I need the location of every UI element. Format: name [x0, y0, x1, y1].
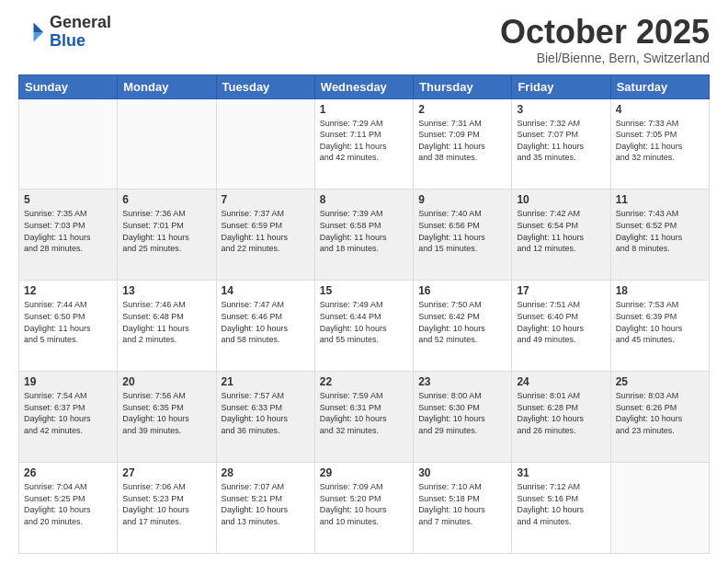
day-number: 21: [222, 375, 310, 388]
day-number: 2: [418, 103, 506, 116]
day-info: Sunrise: 8:03 AM Sunset: 6:26 PM Dayligh…: [616, 390, 704, 436]
calendar-table: Sunday Monday Tuesday Wednesday Thursday…: [18, 75, 710, 554]
day-number: 13: [122, 284, 210, 297]
day-number: 17: [517, 284, 605, 297]
day-info: Sunrise: 7:56 AM Sunset: 6:35 PM Dayligh…: [122, 390, 210, 436]
header-thursday: Thursday: [414, 75, 512, 98]
day-info: Sunrise: 7:04 AM Sunset: 5:25 PM Dayligh…: [24, 481, 112, 527]
day-info: Sunrise: 7:42 AM Sunset: 6:54 PM Dayligh…: [517, 208, 605, 254]
day-number: 3: [517, 103, 605, 116]
day-info: Sunrise: 7:40 AM Sunset: 6:56 PM Dayligh…: [418, 208, 506, 254]
day-info: Sunrise: 7:39 AM Sunset: 6:58 PM Dayligh…: [320, 208, 408, 254]
day-info: Sunrise: 7:31 AM Sunset: 7:09 PM Dayligh…: [418, 118, 506, 164]
day-info: Sunrise: 7:07 AM Sunset: 5:21 PM Dayligh…: [222, 481, 310, 527]
day-number: 12: [24, 284, 112, 297]
day-number: 6: [122, 193, 210, 206]
day-number: 9: [418, 193, 506, 206]
table-row: 12Sunrise: 7:44 AM Sunset: 6:50 PM Dayli…: [19, 281, 118, 372]
day-number: 28: [222, 466, 310, 479]
day-info: Sunrise: 7:37 AM Sunset: 6:59 PM Dayligh…: [222, 208, 310, 254]
day-info: Sunrise: 7:43 AM Sunset: 6:52 PM Dayligh…: [616, 208, 704, 254]
day-info: Sunrise: 7:51 AM Sunset: 6:40 PM Dayligh…: [517, 299, 605, 345]
day-number: 1: [320, 103, 408, 116]
table-row: 18Sunrise: 7:53 AM Sunset: 6:39 PM Dayli…: [610, 281, 709, 372]
header-monday: Monday: [118, 75, 216, 98]
day-info: Sunrise: 7:29 AM Sunset: 7:11 PM Dayligh…: [320, 118, 408, 164]
table-row: 26Sunrise: 7:04 AM Sunset: 5:25 PM Dayli…: [19, 463, 118, 554]
day-info: Sunrise: 7:50 AM Sunset: 6:42 PM Dayligh…: [418, 299, 506, 345]
title-block: October 2025 Biel/Bienne, Bern, Switzerl…: [500, 14, 710, 65]
day-number: 30: [418, 466, 506, 479]
table-row: 13Sunrise: 7:46 AM Sunset: 6:48 PM Dayli…: [118, 281, 216, 372]
day-info: Sunrise: 7:12 AM Sunset: 5:16 PM Dayligh…: [517, 481, 605, 527]
table-row: [216, 98, 314, 190]
table-row: 3Sunrise: 7:32 AM Sunset: 7:07 PM Daylig…: [512, 98, 610, 190]
table-row: 16Sunrise: 7:50 AM Sunset: 6:42 PM Dayli…: [414, 281, 512, 372]
day-number: 24: [517, 375, 605, 388]
table-row: 7Sunrise: 7:37 AM Sunset: 6:59 PM Daylig…: [216, 190, 314, 281]
day-number: 29: [320, 466, 408, 479]
day-info: Sunrise: 7:44 AM Sunset: 6:50 PM Dayligh…: [24, 299, 112, 345]
day-number: 27: [122, 466, 210, 479]
table-row: 29Sunrise: 7:09 AM Sunset: 5:20 PM Dayli…: [314, 463, 413, 554]
day-info: Sunrise: 7:33 AM Sunset: 7:05 PM Dayligh…: [616, 118, 704, 164]
calendar-week-5: 26Sunrise: 7:04 AM Sunset: 5:25 PM Dayli…: [19, 463, 710, 554]
day-info: Sunrise: 7:09 AM Sunset: 5:20 PM Dayligh…: [320, 481, 408, 527]
day-info: Sunrise: 8:00 AM Sunset: 6:30 PM Dayligh…: [418, 390, 506, 436]
table-row: 10Sunrise: 7:42 AM Sunset: 6:54 PM Dayli…: [512, 190, 610, 281]
svg-marker-1: [34, 32, 44, 42]
day-number: 26: [24, 466, 112, 479]
logo: General Blue: [18, 14, 111, 51]
day-info: Sunrise: 7:57 AM Sunset: 6:33 PM Dayligh…: [222, 390, 310, 436]
header-sunday: Sunday: [19, 75, 118, 98]
table-row: [19, 98, 118, 190]
day-info: Sunrise: 7:32 AM Sunset: 7:07 PM Dayligh…: [517, 118, 605, 164]
day-number: 11: [616, 193, 704, 206]
day-number: 5: [24, 193, 112, 206]
table-row: 5Sunrise: 7:35 AM Sunset: 7:03 PM Daylig…: [19, 190, 118, 281]
table-row: 21Sunrise: 7:57 AM Sunset: 6:33 PM Dayli…: [216, 372, 314, 463]
page: General Blue October 2025 Biel/Bienne, B…: [0, 0, 728, 563]
calendar-week-4: 19Sunrise: 7:54 AM Sunset: 6:37 PM Dayli…: [19, 372, 710, 463]
day-info: Sunrise: 8:01 AM Sunset: 6:28 PM Dayligh…: [517, 390, 605, 436]
table-row: 22Sunrise: 7:59 AM Sunset: 6:31 PM Dayli…: [314, 372, 413, 463]
day-info: Sunrise: 7:35 AM Sunset: 7:03 PM Dayligh…: [24, 208, 112, 254]
logo-general-text: General: [50, 13, 111, 31]
table-row: 20Sunrise: 7:56 AM Sunset: 6:35 PM Dayli…: [118, 372, 216, 463]
day-number: 25: [616, 375, 704, 388]
table-row: 27Sunrise: 7:06 AM Sunset: 5:23 PM Dayli…: [118, 463, 216, 554]
day-info: Sunrise: 7:54 AM Sunset: 6:37 PM Dayligh…: [24, 390, 112, 436]
day-info: Sunrise: 7:53 AM Sunset: 6:39 PM Dayligh…: [616, 299, 704, 345]
day-number: 31: [517, 466, 605, 479]
day-number: 7: [222, 193, 310, 206]
day-info: Sunrise: 7:49 AM Sunset: 6:44 PM Dayligh…: [320, 299, 408, 345]
table-row: 24Sunrise: 8:01 AM Sunset: 6:28 PM Dayli…: [512, 372, 610, 463]
day-number: 15: [320, 284, 408, 297]
day-info: Sunrise: 7:36 AM Sunset: 7:01 PM Dayligh…: [122, 208, 210, 254]
table-row: 28Sunrise: 7:07 AM Sunset: 5:21 PM Dayli…: [216, 463, 314, 554]
header-friday: Friday: [512, 75, 610, 98]
day-number: 18: [616, 284, 704, 297]
table-row: 31Sunrise: 7:12 AM Sunset: 5:16 PM Dayli…: [512, 463, 610, 554]
day-number: 20: [122, 375, 210, 388]
day-number: 16: [418, 284, 506, 297]
table-row: 4Sunrise: 7:33 AM Sunset: 7:05 PM Daylig…: [610, 98, 709, 190]
day-number: 8: [320, 193, 408, 206]
day-info: Sunrise: 7:47 AM Sunset: 6:46 PM Dayligh…: [222, 299, 310, 345]
calendar-week-2: 5Sunrise: 7:35 AM Sunset: 7:03 PM Daylig…: [19, 190, 710, 281]
table-row: 19Sunrise: 7:54 AM Sunset: 6:37 PM Dayli…: [19, 372, 118, 463]
table-row: 14Sunrise: 7:47 AM Sunset: 6:46 PM Dayli…: [216, 281, 314, 372]
table-row: 11Sunrise: 7:43 AM Sunset: 6:52 PM Dayli…: [610, 190, 709, 281]
header-saturday: Saturday: [610, 75, 709, 98]
logo-blue-text: Blue: [50, 31, 85, 50]
table-row: 30Sunrise: 7:10 AM Sunset: 5:18 PM Dayli…: [414, 463, 512, 554]
table-row: [610, 463, 709, 554]
svg-marker-0: [34, 22, 44, 32]
day-number: 22: [320, 375, 408, 388]
table-row: 15Sunrise: 7:49 AM Sunset: 6:44 PM Dayli…: [314, 281, 413, 372]
table-row: 25Sunrise: 8:03 AM Sunset: 6:26 PM Dayli…: [610, 372, 709, 463]
table-row: [118, 98, 216, 190]
day-number: 14: [222, 284, 310, 297]
table-row: 8Sunrise: 7:39 AM Sunset: 6:58 PM Daylig…: [314, 190, 413, 281]
logo-text: General Blue: [50, 14, 111, 51]
